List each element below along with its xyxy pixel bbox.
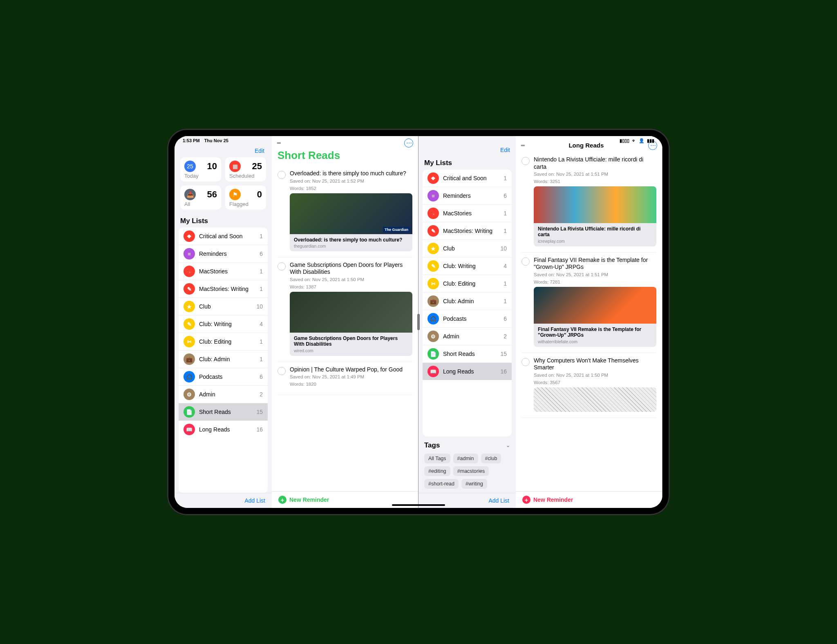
list-label: Podcasts bbox=[443, 315, 499, 322]
home-indicator[interactable] bbox=[392, 504, 445, 506]
status-bar: 1:53 PM Thu Nov 25 ▮▯▯▯ ᯤ 👤 ▮▮▮ bbox=[175, 136, 662, 145]
reminder-item[interactable]: Final Fantasy VII Remake is the Template… bbox=[521, 253, 656, 353]
list-icon: ✂ bbox=[427, 278, 439, 289]
preview-image bbox=[534, 186, 656, 223]
summary-card[interactable]: ▦25Scheduled bbox=[225, 157, 266, 181]
complete-circle[interactable] bbox=[278, 367, 286, 375]
complete-circle[interactable] bbox=[521, 257, 530, 266]
list-row[interactable]: ❖Critical and Soon1 bbox=[179, 228, 268, 245]
list-row[interactable]: 📄Short Reads15 bbox=[179, 403, 268, 421]
item-saved: Saved on: Nov 25, 2021 at 1:50 PM bbox=[534, 373, 656, 378]
tag-chip[interactable]: #short-read bbox=[424, 479, 459, 489]
item-title: Why Computers Won't Make Themselves Smar… bbox=[534, 357, 656, 371]
list-icon: ✎ bbox=[427, 225, 439, 237]
list-row[interactable]: 📖Long Reads16 bbox=[423, 363, 512, 380]
list-row[interactable]: ⚙Admin2 bbox=[423, 328, 512, 345]
list-row[interactable]: 🎧Podcasts6 bbox=[423, 310, 512, 328]
reminder-item[interactable]: Game Subscriptions Open Doors for Player… bbox=[278, 257, 412, 362]
list-row[interactable]: ✂Club: Editing1 bbox=[423, 275, 512, 293]
summary-card[interactable]: 2510Today bbox=[180, 157, 221, 181]
list-row[interactable]: ✎Club: Writing4 bbox=[423, 257, 512, 275]
reminder-item[interactable]: Why Computers Won't Make Themselves Smar… bbox=[521, 353, 656, 418]
list-row[interactable]: ★Club10 bbox=[179, 298, 268, 315]
card-count: 0 bbox=[257, 189, 262, 200]
list-row[interactable]: ✎Club: Writing4 bbox=[179, 315, 268, 333]
list-label: Short Reads bbox=[199, 409, 252, 415]
plus-icon: + bbox=[278, 496, 286, 504]
list-row[interactable]: 📖Long Reads16 bbox=[179, 421, 268, 438]
list-row[interactable]: ❖Critical and Soon1 bbox=[423, 170, 512, 187]
new-reminder-button[interactable]: + New Reminder bbox=[522, 496, 573, 504]
tag-chip[interactable]: #editing bbox=[424, 466, 450, 476]
list-row[interactable]: 📄Short Reads15 bbox=[423, 345, 512, 363]
preview-source: withaterriblefate.com bbox=[538, 339, 652, 344]
list-count: 16 bbox=[500, 368, 507, 375]
list-count: 1 bbox=[260, 356, 263, 362]
tag-chip[interactable]: All Tags bbox=[424, 454, 450, 463]
list-icon: 🎧 bbox=[427, 313, 439, 324]
list-row[interactable]: ≡Reminders6 bbox=[423, 187, 512, 205]
mylists-header: My Lists bbox=[175, 215, 272, 228]
card-count: 25 bbox=[252, 161, 262, 172]
tags-header[interactable]: Tags ⌄ bbox=[423, 439, 512, 452]
preview-image bbox=[534, 387, 656, 412]
list-row[interactable]: 🔖MacStories1 bbox=[423, 205, 512, 222]
complete-circle[interactable] bbox=[278, 171, 286, 179]
reminder-item[interactable]: Opinion | The Culture Warped Pop, for Go… bbox=[278, 362, 412, 396]
item-words: Words: 3567 bbox=[534, 380, 656, 385]
list-count: 1 bbox=[504, 228, 507, 234]
link-preview[interactable]: Overloaded: is there simply too much cul… bbox=[290, 193, 412, 251]
sidebar-bottom-bar: Add List bbox=[175, 493, 272, 508]
status-time: 1:53 PM bbox=[183, 138, 200, 143]
splitview-handle[interactable] bbox=[417, 314, 420, 330]
list-row[interactable]: ✎MacStories: Writing1 bbox=[179, 280, 268, 298]
new-reminder-button[interactable]: + New Reminder bbox=[278, 496, 329, 504]
list-count: 6 bbox=[260, 373, 263, 380]
list-row[interactable]: ≡Reminders6 bbox=[179, 245, 268, 263]
tag-chip[interactable]: #macstories bbox=[453, 466, 489, 476]
complete-circle[interactable] bbox=[521, 358, 530, 366]
link-preview[interactable]: Game Subscriptions Open Doors for Player… bbox=[290, 292, 412, 356]
add-list-button[interactable]: Add List bbox=[488, 497, 509, 504]
list-icon: 🔖 bbox=[184, 266, 195, 277]
list-icon: ❖ bbox=[184, 230, 195, 242]
card-label: Today bbox=[184, 173, 217, 179]
list-label: Reminders bbox=[199, 250, 255, 257]
list-row[interactable]: ✂Club: Editing1 bbox=[179, 333, 268, 351]
list-row[interactable]: 💼Club: Admin1 bbox=[179, 351, 268, 368]
list-row[interactable]: 🎧Podcasts6 bbox=[179, 368, 268, 386]
tag-chip[interactable]: #club bbox=[481, 454, 501, 463]
list-row[interactable]: ✎MacStories: Writing1 bbox=[423, 222, 512, 240]
card-icon: ⚑ bbox=[229, 189, 241, 200]
wifi-icon: ᯤ bbox=[632, 138, 636, 143]
link-preview[interactable]: Final Fantasy VII Remake is the Template… bbox=[534, 287, 656, 347]
link-preview[interactable]: Nintendo La Rivista Ufficiale: mille ric… bbox=[534, 186, 656, 246]
reminder-item[interactable]: Nintendo La Rivista Ufficiale: mille ric… bbox=[521, 152, 656, 253]
complete-circle[interactable] bbox=[521, 157, 530, 165]
list-count: 1 bbox=[260, 233, 263, 239]
preview-source: icrewplay.com bbox=[538, 239, 652, 244]
list-row[interactable]: ⚙Admin2 bbox=[179, 386, 268, 403]
items-list[interactable]: Overloaded: is there simply too much cul… bbox=[272, 166, 418, 491]
left-sidebar: Edit 2510Today▦25Scheduled📥56All⚑0Flagge… bbox=[175, 136, 272, 508]
items-list[interactable]: Nintendo La Rivista Ufficiale: mille ric… bbox=[516, 152, 662, 491]
tag-chip[interactable]: #writing bbox=[461, 479, 487, 489]
chevron-down-icon: ⌄ bbox=[506, 443, 510, 448]
list-label: Club: Admin bbox=[443, 298, 499, 304]
edit-button[interactable]: Edit bbox=[179, 146, 267, 157]
list-icon: ★ bbox=[427, 243, 439, 254]
link-preview[interactable] bbox=[534, 387, 656, 412]
item-saved: Saved on: Nov 25, 2021 at 1:52 PM bbox=[290, 179, 412, 183]
edit-button[interactable]: Edit bbox=[418, 145, 516, 157]
list-row[interactable]: ★Club10 bbox=[423, 240, 512, 257]
add-list-button[interactable]: Add List bbox=[244, 497, 265, 504]
summary-card[interactable]: ⚑0Flagged bbox=[225, 186, 266, 210]
summary-card[interactable]: 📥56All bbox=[180, 186, 221, 210]
list-label: MacStories: Writing bbox=[199, 286, 255, 292]
list-row[interactable]: 💼Club: Admin1 bbox=[423, 293, 512, 310]
reminder-item[interactable]: Overloaded: is there simply too much cul… bbox=[278, 166, 412, 257]
list-count: 6 bbox=[260, 250, 263, 257]
tag-chip[interactable]: #admin bbox=[453, 454, 478, 463]
complete-circle[interactable] bbox=[278, 262, 286, 271]
list-row[interactable]: 🔖MacStories1 bbox=[179, 263, 268, 280]
